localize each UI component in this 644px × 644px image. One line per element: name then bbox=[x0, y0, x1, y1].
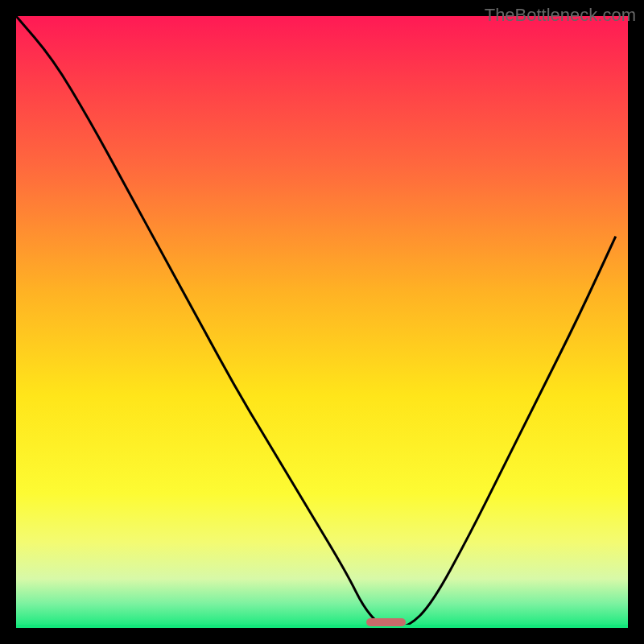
plot-area bbox=[16, 16, 628, 628]
chart-svg bbox=[16, 16, 628, 628]
watermark-text: TheBottleneck.com bbox=[485, 5, 636, 26]
gradient-background bbox=[16, 16, 628, 628]
bottleneck-marker bbox=[366, 618, 406, 626]
baseline-band bbox=[16, 625, 628, 628]
